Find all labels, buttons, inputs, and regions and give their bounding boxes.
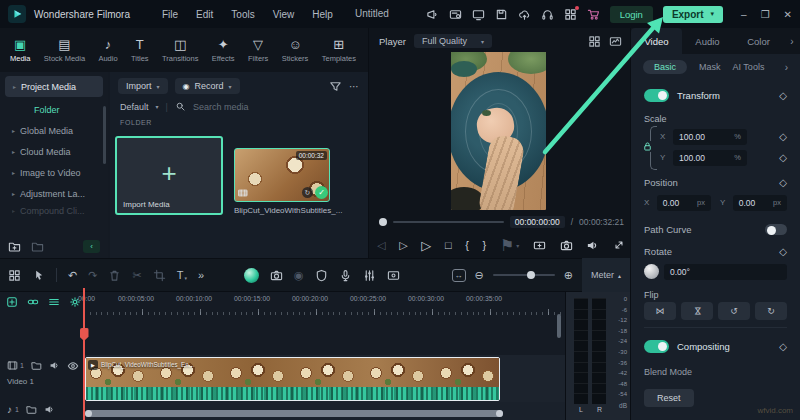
keyframe-icon[interactable]: ◇ [779,152,787,163]
search-input[interactable]: Search media [193,102,249,112]
sidebar-item-project-media[interactable]: ▸Project Media [5,76,103,97]
fit-timeline-icon[interactable]: ↔ [452,269,466,282]
scrub-handle[interactable] [379,218,387,226]
export-button[interactable]: Export ▾ [663,6,723,23]
tab-titles[interactable]: TTitles [131,38,149,63]
subtab-ai-tools[interactable]: AI Tools [733,62,765,72]
login-button[interactable]: Login [610,6,653,23]
transform-toggle[interactable] [644,89,669,102]
denoise-shield-icon[interactable] [315,269,328,282]
zoom-slider-handle[interactable] [527,271,535,279]
audio-mixer-icon[interactable] [363,269,376,282]
path-curve-toggle[interactable] [765,224,787,235]
menu-help[interactable]: Help [312,9,333,20]
flip-horizontal-button[interactable]: ⋈ [644,302,676,320]
redo-button[interactable]: ↷ [88,270,97,281]
import-media-tile[interactable]: + Import Media [115,136,223,215]
track-layers-icon[interactable] [48,296,60,308]
preview-render-icon[interactable] [387,269,400,282]
sidebar-item-global-media[interactable]: ▸Global Media [0,120,108,141]
compositing-toggle[interactable] [644,340,669,353]
promotion-icon[interactable] [426,8,439,21]
snapshot-camera-icon[interactable] [270,269,283,282]
sidebar-item-compound-clip[interactable]: ▸Compound Cli... [0,204,108,217]
chroma-key-icon[interactable] [244,268,259,283]
store-cart-icon[interactable] [587,8,600,21]
cloud-upload-icon[interactable] [518,8,531,21]
sidebar-item-image-to-video[interactable]: ▸Image to Video [0,162,108,183]
play-button[interactable]: ▷ [421,239,431,252]
save-icon[interactable] [495,8,508,21]
undo-button[interactable]: ↶ [68,270,77,281]
position-x-input[interactable]: 0.00px [657,195,711,211]
record-voiceover-icon[interactable]: ◉ [294,270,304,281]
split-view-icon[interactable] [588,35,601,48]
track-folder-icon[interactable] [26,404,37,415]
sidebar-item-cloud-media[interactable]: ▸Cloud Media [0,141,108,162]
tab-audio-props[interactable]: Audio [682,28,733,54]
scrollbar-handle-right[interactable] [496,410,503,417]
timeline-horizontal-scrollbar[interactable] [85,410,503,417]
keyframe-icon[interactable]: ◇ [779,177,787,188]
rotate-input[interactable]: 0.00° [664,264,787,280]
snapshot-icon[interactable] [560,239,573,252]
more-tabs-icon[interactable]: › [784,28,800,54]
delete-folder-icon[interactable] [31,240,44,253]
crop-icon[interactable] [153,269,166,282]
keyframe-icon[interactable]: ◇ [779,90,787,101]
scrub-track[interactable] [393,221,504,223]
tab-color[interactable]: Color [733,28,784,54]
rotate-dial[interactable] [644,264,659,279]
playhead[interactable] [83,288,85,420]
marker-button[interactable]: ⚑▾ [500,236,519,255]
video-preview[interactable] [451,52,546,210]
mark-out-button[interactable]: } [483,240,487,251]
subtab-mask[interactable]: Mask [699,62,721,72]
support-icon[interactable] [541,8,554,21]
menu-view[interactable]: View [273,9,295,20]
menu-edit[interactable]: Edit [196,9,213,20]
tab-effects[interactable]: ✦Effects [212,38,235,63]
close-button[interactable]: ✕ [784,9,792,20]
rotate-cw-button[interactable]: ↻ [755,302,787,320]
split-icon[interactable]: ✂ [132,270,141,281]
keyframe-icon[interactable]: ◇ [779,131,787,142]
scrub-bar[interactable]: 00:00:00:00 / 00:00:32:21 [379,216,624,228]
subtab-basic[interactable]: Basic [643,60,687,74]
sidebar-item-adjustment-layer[interactable]: ▸Adjustment La... [0,183,108,204]
tab-audio[interactable]: ♪Audio [98,38,117,63]
rotate-ccw-button[interactable]: ↺ [718,302,750,320]
menu-tools[interactable]: Tools [231,9,254,20]
tab-video[interactable]: Video [631,28,682,54]
minimize-button[interactable]: – [741,9,747,20]
link-clips-icon[interactable] [27,296,39,308]
menu-file[interactable]: File [162,9,178,20]
collection-dropdown[interactable]: Default [120,102,149,112]
sidebar-item-folder[interactable]: Folder [0,99,108,120]
meter-toggle-button[interactable]: Meter▴ [582,258,630,292]
track-folder-icon[interactable] [31,360,42,371]
zoom-in-icon[interactable]: ⊕ [564,270,573,281]
timeline-clip[interactable]: ▶ BlipCut_VideoWithSubtitles_En... [85,357,500,401]
fullscreen-icon[interactable] [613,239,626,252]
track-mute-icon[interactable] [44,404,55,415]
more-subtabs-icon[interactable]: › [785,62,788,73]
delete-icon[interactable] [108,269,121,282]
record-dropdown[interactable]: ◉Record▾ [175,78,240,94]
tab-transitions[interactable]: ◫Transitions [162,38,198,63]
shortcuts-icon[interactable] [564,8,577,21]
previous-frame-button[interactable]: ◁ [377,240,385,251]
scale-y-input[interactable]: 100.00% [673,150,747,166]
position-y-input[interactable]: 0.00px [733,195,787,211]
keyframe-icon[interactable]: ◇ [779,246,787,257]
collapse-sidebar-button[interactable]: ‹ [83,240,100,253]
scale-link[interactable] [644,126,657,168]
display-icon[interactable] [472,8,485,21]
microphone-icon[interactable] [339,269,352,282]
import-dropdown[interactable]: Import▾ [118,78,168,94]
scopes-icon[interactable] [609,35,622,48]
zoom-out-icon[interactable]: ⊖ [475,270,484,281]
restore-button[interactable]: ❐ [761,9,770,20]
track-mute-icon[interactable] [49,360,60,371]
flip-vertical-button[interactable]: ⋈ [681,302,713,320]
